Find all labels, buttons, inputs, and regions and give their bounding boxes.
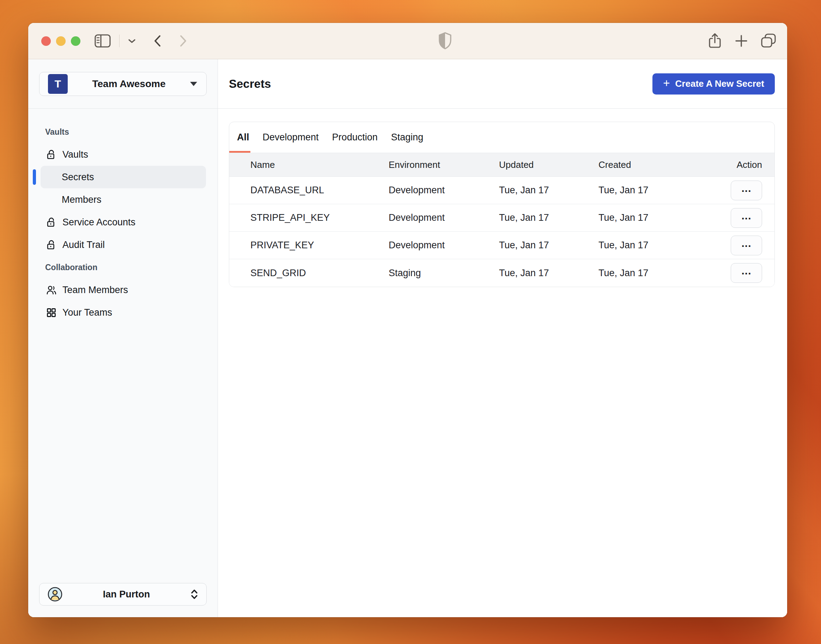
team-name: Team Awesome xyxy=(68,78,190,90)
cell-created: Tue, Jan 17 xyxy=(599,268,709,279)
lock-open-icon xyxy=(46,239,57,250)
user-selector[interactable]: Ian Purton xyxy=(39,583,207,606)
section-label-vaults: Vaults xyxy=(28,121,218,143)
select-updown-icon xyxy=(190,589,199,600)
sidebar-item-secrets[interactable]: Secrets xyxy=(28,166,218,188)
sidebar-item-service-accounts[interactable]: Service Accounts xyxy=(28,211,218,233)
cell-environment: Development xyxy=(389,240,499,251)
cell-updated: Tue, Jan 17 xyxy=(499,268,599,279)
column-header-updated: Updated xyxy=(499,159,599,170)
tab-overview-icon[interactable] xyxy=(760,33,777,49)
sidebar-item-vaults[interactable]: Vaults xyxy=(28,143,218,166)
sidebar-item-members[interactable]: Members xyxy=(28,188,218,211)
row-actions-button[interactable]: ... xyxy=(731,208,762,228)
tab-production[interactable]: Production xyxy=(332,122,378,153)
cell-created: Tue, Jan 17 xyxy=(599,212,709,223)
user-name: Ian Purton xyxy=(63,589,190,600)
sidebar-item-label: Secrets xyxy=(62,172,94,183)
sidebar-item-your-teams[interactable]: Your Teams xyxy=(28,301,218,324)
sidebar-item-audit-trail[interactable]: Audit Trail xyxy=(28,233,218,256)
main-panel: Secrets + Create A New Secret All Develo… xyxy=(218,59,787,617)
cell-created: Tue, Jan 17 xyxy=(599,185,709,196)
main-content: All Development Production Staging Name … xyxy=(218,109,787,617)
row-actions-button[interactable]: ... xyxy=(731,181,762,200)
sidebar-item-team-members[interactable]: Team Members xyxy=(28,279,218,301)
lock-open-icon xyxy=(46,149,57,160)
sidebar: T Team Awesome Vaults xyxy=(28,59,218,617)
teams-grid-icon xyxy=(46,307,57,318)
zoom-window-button[interactable] xyxy=(71,36,80,46)
cell-updated: Tue, Jan 17 xyxy=(499,240,599,251)
ellipsis-icon: ... xyxy=(741,210,751,222)
ellipsis-icon: ... xyxy=(741,182,751,194)
sidebar-header: T Team Awesome xyxy=(28,59,218,109)
row-actions-button[interactable]: ... xyxy=(731,263,762,283)
create-new-secret-button[interactable]: + Create A New Secret xyxy=(653,74,775,95)
create-new-secret-label: Create A New Secret xyxy=(675,78,764,89)
sidebar-nav: Vaults Vaults Secrets xyxy=(28,109,218,583)
environment-tabs: All Development Production Staging xyxy=(229,122,775,153)
sidebar-footer: Ian Purton xyxy=(28,583,218,617)
ellipsis-icon: ... xyxy=(741,238,751,249)
sidebar-item-label: Your Teams xyxy=(63,307,112,318)
sidebar-item-label: Team Members xyxy=(63,285,128,296)
section-label-collaboration: Collaboration xyxy=(28,256,218,279)
tab-development[interactable]: Development xyxy=(263,122,319,153)
page-title: Secrets xyxy=(229,77,271,90)
cell-updated: Tue, Jan 17 xyxy=(499,212,599,223)
close-window-button[interactable] xyxy=(41,36,51,46)
column-header-name: Name xyxy=(250,159,389,170)
sidebar-item-label: Members xyxy=(62,194,101,205)
main-header: Secrets + Create A New Secret xyxy=(218,59,787,109)
app-window: T Team Awesome Vaults xyxy=(28,23,787,617)
lock-open-icon xyxy=(46,217,57,228)
cell-name: PRIVATE_KEY xyxy=(250,240,389,251)
cell-environment: Development xyxy=(389,185,499,196)
cell-name: DATABASE_URL xyxy=(250,185,389,196)
cell-environment: Development xyxy=(389,212,499,223)
table-row[interactable]: PRIVATE_KEY Development Tue, Jan 17 Tue,… xyxy=(229,232,775,259)
sidebar-toggle-icon[interactable] xyxy=(95,34,111,48)
sidebar-item-label: Service Accounts xyxy=(63,217,135,228)
table-header: Name Environment Updated Created Action xyxy=(229,153,775,177)
back-icon[interactable] xyxy=(153,35,161,47)
minimize-window-button[interactable] xyxy=(56,36,66,46)
caret-down-icon xyxy=(190,82,197,86)
row-actions-button[interactable]: ... xyxy=(731,236,762,255)
team-selector[interactable]: T Team Awesome xyxy=(39,72,207,96)
forward-icon[interactable] xyxy=(179,35,187,47)
table-row[interactable]: DATABASE_URL Development Tue, Jan 17 Tue… xyxy=(229,177,775,204)
table-row[interactable]: STRIPE_API_KEY Development Tue, Jan 17 T… xyxy=(229,204,775,232)
toolbar-separator xyxy=(119,35,119,47)
cell-environment: Staging xyxy=(389,268,499,279)
new-tab-icon[interactable] xyxy=(734,34,748,48)
chevron-down-icon[interactable] xyxy=(128,38,136,43)
column-header-created: Created xyxy=(599,159,709,170)
titlebar xyxy=(28,23,787,59)
tab-staging[interactable]: Staging xyxy=(391,122,424,153)
sidebar-item-label: Audit Trail xyxy=(63,239,105,250)
ellipsis-icon: ... xyxy=(741,265,751,277)
column-header-environment: Environment xyxy=(389,159,499,170)
cell-created: Tue, Jan 17 xyxy=(599,240,709,251)
user-avatar-icon xyxy=(47,587,63,602)
traffic-lights xyxy=(41,36,80,46)
column-header-action: Action xyxy=(709,159,762,170)
cell-name: STRIPE_API_KEY xyxy=(250,212,389,223)
share-icon[interactable] xyxy=(708,32,722,49)
cell-updated: Tue, Jan 17 xyxy=(499,185,599,196)
cell-name: SEND_GRID xyxy=(250,268,389,279)
tab-all[interactable]: All xyxy=(237,122,249,153)
shield-icon xyxy=(437,23,453,59)
table-row[interactable]: SEND_GRID Staging Tue, Jan 17 Tue, Jan 1… xyxy=(229,259,775,287)
team-members-icon xyxy=(46,285,57,296)
sidebar-item-label: Vaults xyxy=(63,149,88,160)
secrets-card: All Development Production Staging Name … xyxy=(229,122,775,287)
team-avatar: T xyxy=(48,74,68,94)
